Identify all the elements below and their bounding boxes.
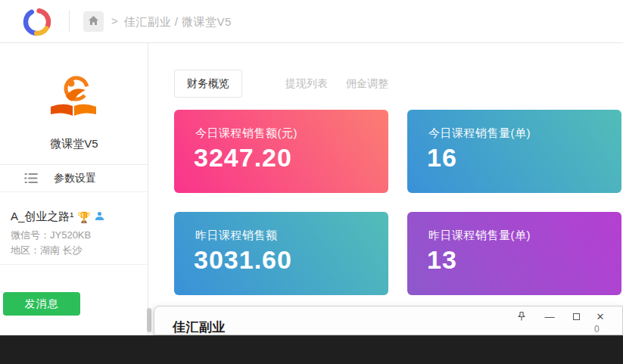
shop-logo-icon [46, 69, 101, 126]
stat-label: 今日课程销售量(单) [428, 126, 531, 141]
overlay-corner-text: 0 [594, 324, 600, 334]
trophy-icon: 🏆 [77, 211, 90, 223]
main-content: 财务概览 提现列表 佣金调整 今日课程销售额(元) 3247.20 今日课程销售… [148, 43, 623, 337]
scrollbar-thumb[interactable] [147, 308, 151, 332]
pin-button[interactable] [513, 310, 530, 323]
header-divider [69, 11, 70, 32]
breadcrumb-separator-icon: > [111, 14, 118, 27]
send-message-button[interactable]: 发消息 [3, 292, 80, 316]
breadcrumb[interactable]: 佳汇副业 / 微课堂V5 [124, 15, 232, 30]
close-button[interactable]: ✕ [592, 310, 609, 323]
maximize-button[interactable] [568, 310, 584, 323]
app-logo-icon [20, 5, 55, 42]
list-icon [24, 173, 39, 184]
pushpin-icon [516, 311, 527, 322]
screen: > 佳汇副业 / 微课堂V5 微课堂V5 参数设置 [0, 0, 623, 364]
stat-label: 昨日课程销售量(单) [428, 229, 531, 243]
stat-value: 3031.60 [194, 245, 292, 275]
user-region: 地区：湖南 长沙 [11, 244, 83, 257]
home-button[interactable] [83, 11, 104, 32]
windows-taskbar: 中 22:32 2024/1/4 2 [0, 335, 623, 364]
overlay-window-title: 佳汇副业 [173, 319, 226, 336]
tab-commission-adjust[interactable]: 佣金调整 [346, 77, 388, 91]
sidebar: 微课堂V5 参数设置 A_创业之路¹ 🏆 微信号：JY520KB 地区：湖南 长… [0, 43, 148, 337]
maximize-icon [573, 313, 580, 320]
stat-card-today-sales-count: 今日课程销售量(单) 16 [407, 110, 621, 193]
divider [0, 191, 148, 192]
divider [0, 264, 148, 265]
top-header: > 佳汇副业 / 微课堂V5 [0, 0, 623, 43]
tab-withdraw-list[interactable]: 提现列表 [285, 77, 328, 91]
stat-value: 16 [427, 143, 457, 173]
stat-card-yesterday-sales-amount: 昨日课程销售额 3031.60 [174, 212, 388, 295]
stat-label: 今日课程销售额(元) [195, 126, 297, 141]
user-name: A_创业之路¹ 🏆 [11, 210, 104, 224]
home-icon [88, 15, 99, 29]
overlay-window: 佳汇副业 — ✕ 0 [154, 306, 623, 335]
member-icon [95, 210, 104, 223]
stat-label: 昨日课程销售额 [195, 229, 278, 243]
shop-name: 微课堂V5 [0, 137, 148, 151]
minimize-button[interactable]: — [541, 310, 558, 323]
stat-card-today-sales-amount: 今日课程销售额(元) 3247.20 [174, 110, 388, 193]
user-wechat-id: 微信号：JY520KB [11, 229, 91, 242]
stat-value: 3247.20 [194, 143, 292, 173]
user-name-text: A_创业之路¹ [11, 210, 73, 224]
stat-value: 13 [427, 245, 457, 275]
tab-finance-overview[interactable]: 财务概览 [174, 70, 242, 98]
sidebar-item-settings[interactable]: 参数设置 [0, 165, 148, 191]
sidebar-item-label: 参数设置 [54, 172, 96, 185]
stat-card-yesterday-sales-count: 昨日课程销售量(单) 13 [407, 212, 621, 295]
